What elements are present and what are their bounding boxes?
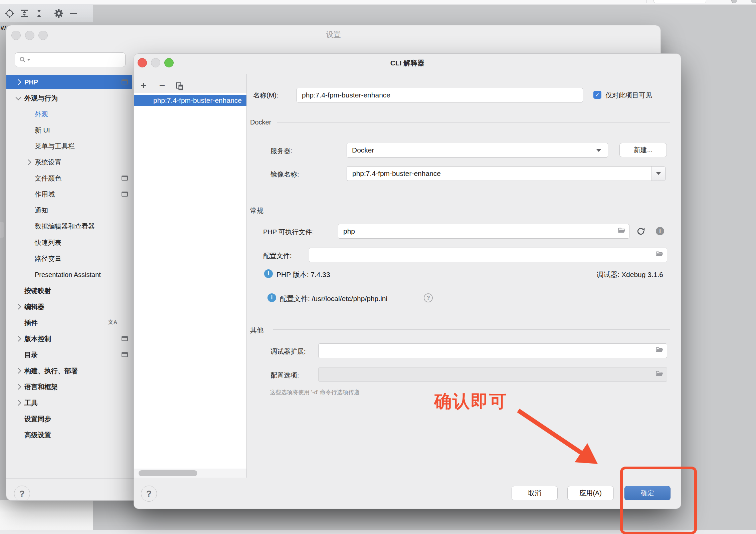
sidebar-item-label: 菜单与工具栏 [35,142,75,151]
sidebar-item[interactable]: 高级设置 [6,428,132,442]
sidebar-item[interactable]: 通知 [6,203,132,217]
sidebar-item[interactable]: 文件颜色 [6,171,132,185]
sidebar-item-label: 新 UI [35,126,50,135]
browse-folder-icon[interactable] [655,370,664,379]
sidebar-item[interactable]: 目录 [6,348,132,362]
sidebar-item[interactable]: 插件文A [6,316,132,330]
sidebar-item[interactable]: Presentation Assistant [6,268,132,282]
config-file-input[interactable] [309,248,667,262]
menu-bar-partial-button[interactable] [653,0,706,3]
browse-folder-icon[interactable] [655,347,664,355]
horizontal-scrollbar[interactable] [139,470,197,476]
gear-icon[interactable] [54,9,64,18]
combobox-arrow-button[interactable] [651,167,665,181]
sidebar-item[interactable]: 快速列表 [6,236,132,250]
settings-help-button[interactable]: ? [14,486,30,501]
settings-search-input[interactable] [15,52,126,67]
translate-icon: 文A [108,319,118,325]
sidebar-item-label: 版本控制 [24,334,51,343]
debugger-extension-label: 调试器扩展: [270,347,306,356]
menu-bar-divider [646,0,647,3]
sidebar-item[interactable]: 菜单与工具栏 [6,139,132,153]
sidebar-item[interactable]: 作用域 [6,187,132,201]
collapse-vertical-icon[interactable] [34,9,44,18]
sidebar-item-label: 系统设置 [35,158,61,167]
sidebar-item[interactable]: 按键映射 [6,284,132,298]
name-input[interactable]: php:7.4-fpm-buster-enhance [297,88,583,102]
sidebar-item-label: 外观与行为 [24,94,58,103]
sidebar-item[interactable]: 系统设置 [6,155,132,169]
expand-vertical-icon[interactable] [19,9,29,18]
sidebar-item[interactable]: 设置同步 [6,412,132,426]
chevron-right-icon[interactable] [16,304,21,310]
sidebar-item[interactable]: 版本控制 [6,332,132,346]
panel-divider[interactable] [246,74,247,478]
help-question-icon: ? [146,489,152,499]
server-label: 服务器: [270,147,293,156]
sidebar-item[interactable]: 路径变量 [6,252,132,266]
background-editor-area [0,500,93,531]
sidebar-item[interactable]: 外观与行为 [6,91,132,105]
php-version-text: PHP 版本: 7.4.33 [276,270,330,279]
php-executable-input[interactable]: php [338,224,629,239]
server-select[interactable]: Docker [347,143,608,158]
interpreter-list-item[interactable]: php:7.4-fpm-buster-enhance [134,95,246,106]
info-icon[interactable]: i [656,227,664,235]
sidebar-item[interactable]: 编辑器 [6,300,132,314]
project-only-checkbox[interactable]: ✓ [593,91,601,99]
sidebar-item-label: 插件 [24,318,38,327]
check-icon: ✓ [595,92,599,98]
cancel-button[interactable]: 取消 [512,486,558,500]
chevron-right-icon[interactable] [26,160,31,165]
sidebar-item[interactable]: 数据编辑器和查看器 [6,219,132,233]
new-server-button[interactable]: 新建... [619,143,667,157]
name-input-value: php:7.4-fpm-buster-enhance [302,91,390,99]
chevron-down-icon[interactable] [16,95,21,100]
php-executable-value: php [343,227,355,235]
browse-folder-icon[interactable] [655,251,664,259]
sidebar-item[interactable]: 新 UI [6,123,132,137]
remove-interpreter-button[interactable]: − [159,80,165,91]
chevron-down-icon [596,149,601,152]
chevron-right-icon[interactable] [16,384,21,390]
sidebar-item-label: 数据编辑器和查看器 [35,222,95,231]
help-q-glyph: ? [426,295,430,301]
debugger-extension-input[interactable] [318,343,667,358]
sidebar-item-label: 目录 [24,350,38,359]
sidebar-item-label: Presentation Assistant [35,271,101,279]
sidebar-item[interactable]: 构建、执行、部署 [6,364,132,378]
chevron-down-icon [656,172,661,175]
chevron-right-icon[interactable] [16,400,21,406]
search-options-chevron-icon[interactable] [27,59,30,61]
interpreter-list: php:7.4-fpm-buster-enhance [134,93,246,469]
php-version-info-icon: i [264,269,273,278]
background-text: w [1,23,6,32]
reload-phpinfo-icon[interactable] [636,227,645,237]
sidebar-item-label: 通知 [35,206,48,215]
target-icon[interactable] [5,9,15,18]
debugger-text: 调试器: Xdebug 3.1.6 [540,270,663,279]
image-name-combobox[interactable]: php:7.4-fpm-buster-enhance [347,166,666,181]
sidebar-item[interactable]: 语言和框架 [6,380,132,394]
sidebar-item[interactable]: 工具 [6,396,132,410]
menu-bar [0,0,756,5]
sidebar-item-label: 构建、执行、部署 [24,366,78,375]
minimize-icon[interactable] [68,9,78,18]
sidebar-item[interactable]: 外观 [6,107,132,121]
chevron-right-icon[interactable] [16,336,21,342]
window-icon [122,192,128,197]
sidebar-item[interactable]: PHP [6,75,132,89]
chevron-right-icon[interactable] [16,79,21,85]
config-path-text: 配置文件: /usr/local/etc/php/php.ini [280,294,387,303]
config-options-input[interactable] [318,367,667,382]
apply-button[interactable]: 应用(A) [567,486,614,500]
server-select-value: Docker [352,146,374,154]
add-interpreter-button[interactable]: + [141,80,147,91]
annotation-arrow-icon [498,399,608,476]
copy-interpreter-button[interactable] [175,82,184,92]
dialog-help-button[interactable]: ? [141,486,157,502]
browse-folder-icon[interactable] [618,227,626,236]
help-circle-icon[interactable]: ? [424,293,433,302]
dialog-title: CLI 解释器 [134,58,681,68]
chevron-right-icon[interactable] [16,368,21,374]
